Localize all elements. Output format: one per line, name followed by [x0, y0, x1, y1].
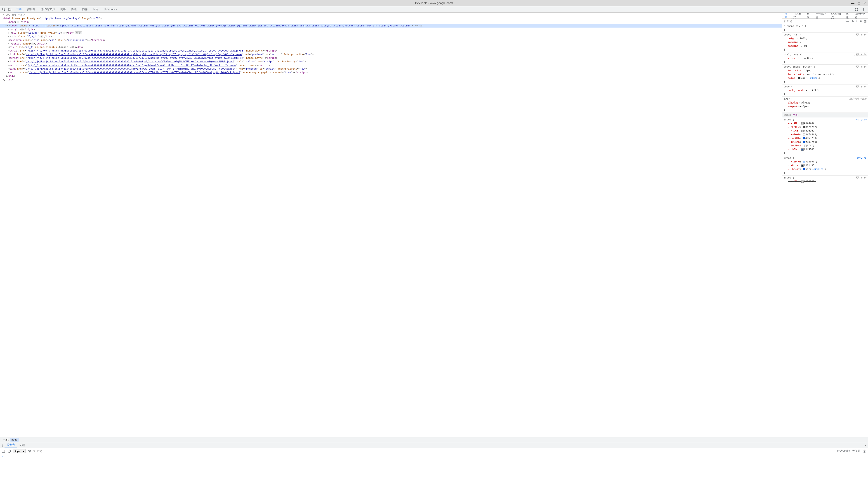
toggle-sidebar-icon[interactable]: ▯▯: [864, 20, 867, 23]
svg-rect-10: [2, 450, 5, 452]
console-sidebar-toggle-icon[interactable]: [1, 448, 5, 454]
styles-tab-computed[interactable]: 计算样式: [791, 13, 804, 18]
log-level-select[interactable]: 默认级别 ▾: [837, 449, 850, 453]
console-body[interactable]: ›: [0, 454, 868, 488]
svg-point-3: [856, 9, 857, 10]
tab-console[interactable]: 控制台: [24, 6, 38, 12]
styles-filter-input[interactable]: [787, 20, 843, 23]
styles-tab-layout[interactable]: 布局: [804, 13, 813, 18]
drawer-tab-issues[interactable]: 问题: [17, 442, 27, 448]
head-node[interactable]: ▸<head>⋯</head>: [0, 20, 782, 24]
titlebar: DevTools - www.google.com/ — ▢ ✕: [0, 0, 868, 6]
styles-tab-styles[interactable]: 样式: [782, 13, 791, 18]
script-src3-node[interactable]: <script src="/xjs/_/js/k=xjs.hd.en.5kvEi…: [0, 64, 782, 67]
console-context-select[interactable]: top ▾: [13, 449, 26, 453]
doctype-node[interactable]: <!DOCTYPE html>: [3, 13, 25, 16]
elements-tree[interactable]: <!DOCTYPE html> <html itemscope itemtype…: [0, 13, 782, 437]
tab-memory[interactable]: 内存: [79, 6, 90, 12]
styles-tab-properties[interactable]: 属性: [844, 13, 852, 18]
device-toggle-icon[interactable]: [7, 6, 13, 12]
live-expression-icon[interactable]: [27, 448, 31, 454]
svg-point-4: [864, 8, 864, 9]
styles-tab-dom-breakpoints[interactable]: DOM 断点: [829, 13, 844, 18]
minimize-button[interactable]: —: [851, 2, 855, 5]
rule-body-input-button[interactable]: (索引):64 body, input, button { font-size:…: [782, 65, 868, 85]
rule-html-body-2[interactable]: (索引):64 html, body { min-width: 400px; }: [782, 53, 868, 65]
style-node[interactable]: ▸<style>⋯</style>: [0, 28, 782, 31]
rule-root-3[interactable]: (索引):64 :root { --Yi4Nb: #d2d2d2;: [782, 175, 868, 184]
tab-sources[interactable]: 源代码/来源: [38, 6, 58, 12]
issues-link[interactable]: 无问题: [852, 449, 860, 453]
element-style-rule[interactable]: element.style {}: [782, 24, 868, 33]
settings-icon[interactable]: [854, 6, 860, 12]
styles-tabs: 样式 计算样式 布局 事件监听器 DOM 断点 属性 无障碍功能: [782, 13, 868, 19]
svg-point-6: [864, 10, 864, 11]
rule-body-html-1[interactable]: (索引):64 body, html { height: 100%; margi…: [782, 33, 868, 53]
div-gbk-node[interactable]: <div class="gb_K" ng-non-bindable>Google…: [0, 45, 782, 49]
clear-console-icon[interactable]: [7, 448, 11, 454]
svg-point-8: [2, 445, 3, 446]
styles-panel: 样式 计算样式 布局 事件监听器 DOM 断点 属性 无障碍功能 ⚲ :hov …: [782, 13, 868, 437]
cls-toggle[interactable]: .cls: [850, 20, 854, 23]
body-close-node[interactable]: </body>: [0, 74, 782, 78]
crumb-body[interactable]: body: [10, 438, 19, 442]
more-icon[interactable]: [861, 6, 867, 12]
filter-icon: ⚲: [784, 20, 786, 23]
tab-performance[interactable]: 性能: [68, 6, 79, 12]
drawer-tab-console[interactable]: 控制台: [4, 442, 17, 448]
html-node[interactable]: <html itemscope itemtype="http://schema.…: [0, 17, 782, 20]
inspect-element-icon[interactable]: [1, 6, 7, 12]
rule-body-useragent[interactable]: 用户代理样式表 body { display: block; margin: ▸…: [782, 97, 868, 113]
drawer-more-icon[interactable]: [0, 442, 4, 448]
tab-lighthouse[interactable]: Lighthouse: [101, 6, 120, 12]
rule-root-1[interactable]: <style> :root { --Yi4Nb: #d2d2d2; --pEa0…: [782, 118, 868, 156]
window-title: DevTools - www.google.com/: [415, 1, 453, 5]
html-close-node[interactable]: </html>: [0, 78, 782, 82]
body-node[interactable]: ⋯▾<body jsmodel="hspDDf " jsaction="xjhT…: [0, 24, 782, 28]
styles-body[interactable]: element.style {} (索引):64 body, html { he…: [782, 24, 868, 437]
link2-node[interactable]: <link href="/xjs/_/js/k=xjs.hd.en.5kvEiu…: [0, 60, 782, 64]
new-style-rule-icon[interactable]: ＋: [855, 19, 858, 23]
textarea-node[interactable]: <textarea class="csi" name="csi" style="…: [0, 38, 782, 42]
breadcrumb: html body: [0, 437, 868, 442]
script-src2-node[interactable]: <script src="/xjs/_/js/k=xjs.hd.en.5kvEi…: [0, 56, 782, 60]
tab-elements[interactable]: 元素: [13, 6, 24, 12]
console-settings-icon[interactable]: [863, 448, 867, 454]
tab-network[interactable]: 网络: [58, 6, 68, 12]
svg-point-14: [29, 451, 30, 452]
svg-point-5: [864, 9, 864, 10]
inherit-header: 继承自 html: [782, 113, 868, 118]
svg-point-7: [2, 444, 3, 445]
hov-toggle[interactable]: :hov: [844, 20, 849, 23]
svg-point-9: [2, 446, 3, 447]
svg-point-15: [864, 451, 865, 452]
drawer: 控制台 问题 ✕ top ▾ ⚲ 默认级别 ▾ 无问题 ›: [0, 442, 868, 488]
maximize-button[interactable]: ▢: [857, 2, 860, 5]
script-nonce-node[interactable]: ▸<script nonce>⋯</script>: [0, 42, 782, 46]
svg-line-13: [8, 450, 10, 452]
main-tabs: 元素 控制台 源代码/来源 网络 性能 内存 应用 Lighthouse: [13, 6, 120, 12]
crumb-html[interactable]: html: [1, 438, 10, 442]
tab-application[interactable]: 应用: [90, 6, 101, 12]
toggle-common-rendering-icon[interactable]: 🖶: [860, 20, 862, 23]
main-toolbar: 元素 控制台 源代码/来源 网络 性能 内存 应用 Lighthouse: [0, 6, 868, 13]
link3-node[interactable]: <link href="/xjs/_/js/k=xjs.hd.en.5kvEiu…: [0, 67, 782, 71]
rule-root-2[interactable]: <style> :root { --KlZPne: #a3c9ff; --xPp…: [782, 156, 868, 176]
div-fgvgjc-node[interactable]: ▸<div class="Fgvgjc">⋯</div>: [0, 35, 782, 38]
close-button[interactable]: ✕: [863, 2, 866, 5]
drawer-close-icon[interactable]: ✕: [864, 444, 867, 447]
styles-tab-listeners[interactable]: 事件监听器: [813, 13, 829, 18]
script-srcs-node[interactable]: <script srcs="/xjs/_/js/k=xjs.hd.en.5kvE…: [0, 71, 782, 74]
link1-node[interactable]: <link href="/xjs/_/js/k=xjs.hd.en.5kvEiu…: [0, 53, 782, 56]
rule-body-background[interactable]: (索引):64 body { background: ▸ ☐ #fff; }: [782, 85, 868, 97]
div-l3eugb-node[interactable]: ▸<div class="L3eUgb" data-hveid="1">⋯</d…: [0, 31, 782, 35]
console-filter-input[interactable]: [37, 450, 68, 453]
styles-tab-accessibility[interactable]: 无障碍功能: [852, 13, 868, 18]
console-filter-icon: ⚲: [33, 450, 35, 453]
script-src1-node[interactable]: <script src="/xjs/_/js/k=xjs.hd.en.5kvEi…: [0, 49, 782, 53]
console-prompt[interactable]: ›: [2, 455, 3, 458]
